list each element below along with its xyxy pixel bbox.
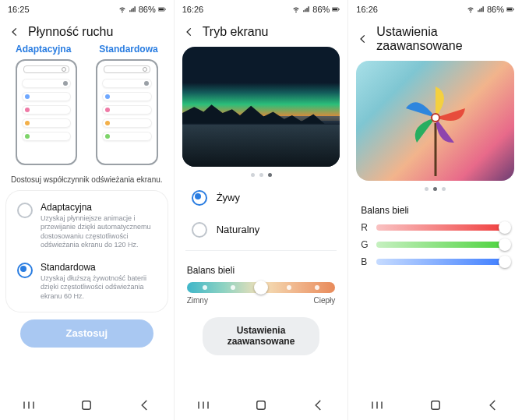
- pager-dot[interactable]: [259, 173, 263, 177]
- back-icon[interactable]: [358, 34, 369, 44]
- battery-icon: [332, 5, 340, 13]
- slider-b[interactable]: B: [361, 256, 510, 267]
- status-bar: 16:26 86%: [348, 0, 522, 17]
- back-icon[interactable]: [184, 26, 195, 37]
- wb-title: Balans bieli: [361, 205, 510, 216]
- svg-rect-6: [339, 9, 340, 10]
- svg-point-12: [432, 114, 439, 122]
- slider-thumb-icon[interactable]: [499, 238, 511, 251]
- radio-unchecked-icon: [17, 203, 33, 218]
- white-balance-slider[interactable]: [187, 282, 336, 293]
- radio-checked-icon: [17, 263, 33, 278]
- slider-thumb-icon[interactable]: [254, 281, 268, 295]
- nav-bar: [0, 390, 174, 420]
- clock: 16:26: [356, 5, 378, 14]
- recents-icon[interactable]: [22, 398, 36, 412]
- signal-icon: [477, 5, 485, 13]
- battery-icon: [158, 5, 166, 13]
- svg-rect-2: [164, 9, 165, 10]
- pager-dot[interactable]: [442, 187, 446, 191]
- status-bar: 16:26 86%: [175, 0, 348, 17]
- screen-screen-mode: 16:26 86% Tryb ekranu: [175, 0, 349, 420]
- tab-adaptive[interactable]: Adaptacyjna: [16, 44, 71, 55]
- nav-bar: [175, 390, 348, 420]
- header: Ustawienia zaawansowane: [348, 17, 522, 58]
- nav-bar: [348, 390, 522, 420]
- back-icon[interactable]: [9, 26, 20, 37]
- battery-icon: [506, 5, 514, 13]
- slider-thumb-icon[interactable]: [499, 221, 511, 234]
- mode-options: Żywy Naturalny: [182, 182, 340, 245]
- back-nav-icon[interactable]: [486, 398, 500, 412]
- wifi-icon: [118, 5, 126, 13]
- tab-standard[interactable]: Standardowa: [99, 44, 157, 55]
- screen-advanced-settings: 16:26 86% Ustawienia zaawansowane: [348, 0, 522, 420]
- preview-standard: [96, 59, 157, 165]
- option-natural[interactable]: Naturalny: [182, 214, 340, 245]
- header: Tryb ekranu: [175, 17, 348, 44]
- home-icon[interactable]: [254, 398, 268, 412]
- options-card: Adaptacyjna Uzyskaj płynniejsze animacje…: [6, 191, 168, 312]
- back-nav-icon[interactable]: [138, 398, 152, 412]
- header: Płynność ruchu: [0, 17, 174, 44]
- home-icon[interactable]: [79, 398, 93, 412]
- option-standard[interactable]: Standardowa Uzyskaj dłuższą żywotność ba…: [6, 256, 168, 307]
- svg-rect-3: [83, 401, 91, 410]
- home-icon[interactable]: [429, 398, 443, 412]
- pager-dot[interactable]: [251, 173, 255, 177]
- battery-text: 86%: [139, 5, 156, 14]
- preview-image[interactable]: [182, 47, 340, 167]
- pager-dot[interactable]: [268, 173, 272, 177]
- radio-checked-icon: [192, 190, 207, 206]
- svg-rect-13: [431, 401, 439, 410]
- svg-rect-7: [257, 401, 266, 410]
- option-adaptive[interactable]: Adaptacyjna Uzyskaj płynniejsze animacje…: [6, 196, 168, 256]
- divider: [185, 250, 337, 251]
- pager-dot[interactable]: [433, 187, 437, 191]
- status-bar: 16:25 86%: [0, 0, 174, 17]
- refresh-preview: [0, 55, 174, 173]
- recents-icon[interactable]: [370, 398, 384, 412]
- pager: [348, 185, 522, 196]
- apply-button[interactable]: Zastosuj: [20, 319, 153, 348]
- recents-icon[interactable]: [196, 398, 210, 412]
- advanced-button[interactable]: Ustawienia zaawansowane: [203, 317, 319, 355]
- svg-rect-9: [507, 9, 512, 11]
- pager-dot[interactable]: [425, 187, 429, 191]
- svg-rect-1: [159, 9, 164, 11]
- slider-r[interactable]: R: [361, 222, 510, 233]
- svg-rect-10: [513, 9, 514, 10]
- svg-rect-5: [333, 9, 337, 11]
- caption: Dostosuj współczynnik odświeżania ekranu…: [0, 173, 174, 191]
- preview-image[interactable]: [356, 61, 514, 181]
- page-title: Ustawienia zaawansowane: [376, 25, 513, 53]
- battery-text: 86%: [312, 5, 330, 14]
- pager: [175, 171, 348, 182]
- radio-unchecked-icon: [192, 222, 207, 238]
- pinwheel-icon: [393, 75, 478, 176]
- preview-adaptive: [16, 59, 77, 165]
- slider-g[interactable]: G: [361, 239, 510, 250]
- signal-icon: [302, 5, 310, 13]
- wifi-icon: [467, 5, 474, 13]
- back-nav-icon[interactable]: [312, 398, 326, 412]
- wb-warm-label: Ciepły: [314, 296, 336, 305]
- clock: 16:25: [8, 5, 30, 14]
- option-vivid[interactable]: Żywy: [182, 182, 340, 214]
- wb-title: Balans bieli: [187, 265, 336, 276]
- signal-icon: [129, 5, 136, 13]
- page-title: Płynność ruchu: [28, 25, 113, 39]
- wb-cold-label: Zimny: [187, 296, 208, 305]
- page-title: Tryb ekranu: [203, 25, 269, 39]
- screen-motion-smoothness: 16:25 86% Płynność ruchu Adaptacyjna Sta…: [0, 0, 175, 420]
- clock: 16:26: [182, 5, 204, 14]
- battery-text: 86%: [487, 5, 504, 14]
- slider-thumb-icon[interactable]: [499, 256, 511, 268]
- wifi-icon: [292, 5, 300, 13]
